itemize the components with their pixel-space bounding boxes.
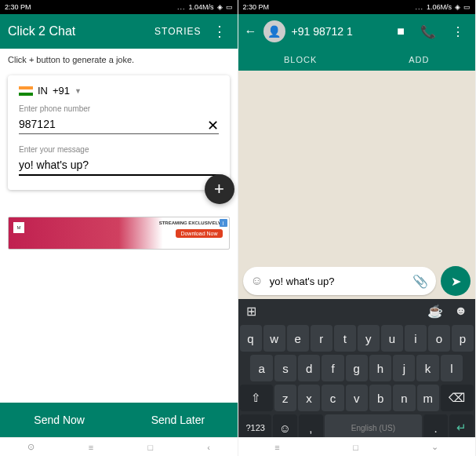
- message-label: Enter your message: [19, 145, 219, 154]
- key-d[interactable]: d: [298, 355, 320, 381]
- send-button[interactable]: ➤: [441, 266, 471, 296]
- app-title: Click 2 Chat: [8, 24, 147, 38]
- ad-banner[interactable]: M STREAMING EXCLUSIVELY! Download Now i: [8, 217, 230, 250]
- status-time-r: 2:30 PM: [243, 3, 270, 11]
- key-h[interactable]: h: [369, 355, 391, 381]
- dial-code: +91: [53, 85, 70, 97]
- key-x[interactable]: x: [298, 385, 320, 411]
- wifi-icon: ◈: [217, 3, 223, 11]
- send-now-button[interactable]: Send Now: [0, 414, 118, 426]
- clear-icon[interactable]: ✕: [207, 117, 219, 134]
- key-u[interactable]: u: [381, 325, 403, 352]
- android-nav-bar-r: ≡ □ ⌄: [238, 437, 476, 456]
- kb-row3-wrap: ⇧ zxcvbnm ⌫: [238, 383, 476, 413]
- android-nav-bar: ⊙ ≡ □ ‹: [0, 437, 238, 456]
- phone-field-row: Enter phone number ✕: [19, 104, 219, 134]
- video-call-icon[interactable]: ■: [392, 24, 409, 38]
- nav-recent-icon[interactable]: ⊙: [27, 442, 35, 452]
- stories-button[interactable]: STORIES: [154, 26, 201, 37]
- back-icon[interactable]: ←: [245, 24, 257, 38]
- key-g[interactable]: g: [346, 355, 368, 381]
- key-c[interactable]: c: [322, 385, 343, 411]
- key-e[interactable]: e: [287, 325, 309, 352]
- status-time: 2:30 PM: [5, 3, 31, 11]
- key-s[interactable]: s: [274, 355, 296, 381]
- add-button[interactable]: ADD: [409, 55, 429, 64]
- key-v[interactable]: v: [346, 385, 368, 411]
- key-y[interactable]: y: [358, 325, 380, 352]
- battery-icon: ▭: [226, 3, 233, 11]
- key-l[interactable]: l: [441, 355, 463, 381]
- key-t[interactable]: t: [334, 325, 356, 352]
- battery-icon-r: ▭: [463, 3, 471, 11]
- key-p[interactable]: p: [452, 325, 474, 352]
- status-bar-r: 2:30 PM ...1.06M/s◈▭: [238, 0, 476, 14]
- ad-text: STREAMING EXCLUSIVELY!: [159, 221, 223, 225]
- plus-fab[interactable]: +: [205, 174, 234, 204]
- key-n[interactable]: n: [393, 385, 415, 411]
- compose-box[interactable]: ☺ yo! what's up? 📎: [243, 267, 437, 295]
- key-o[interactable]: o: [428, 325, 450, 352]
- key-z[interactable]: z: [274, 385, 296, 411]
- nav-home-icon[interactable]: ≡: [89, 443, 93, 452]
- ad-download-button[interactable]: Download Now: [176, 229, 222, 238]
- kb-row3: zxcvbnm: [274, 385, 439, 411]
- phone-input[interactable]: [19, 115, 219, 134]
- kb-face-icon[interactable]: ☻: [454, 304, 467, 319]
- country-code-label: IN: [38, 85, 48, 97]
- chat-header: ← 👤 +91 98712 1 ■ 📞 ⋮: [238, 14, 476, 49]
- ad-close-icon[interactable]: i: [220, 219, 227, 227]
- attach-icon[interactable]: 📎: [412, 274, 428, 289]
- block-button[interactable]: BLOCK: [284, 55, 317, 64]
- nav-down-icon-r[interactable]: ⌄: [431, 442, 438, 452]
- avatar[interactable]: 👤: [263, 20, 285, 42]
- key-k[interactable]: k: [416, 355, 438, 381]
- hint-text: Click + button to generate a joke.: [0, 49, 238, 71]
- phone-label: Enter phone number: [19, 104, 219, 113]
- kb-row1: qwertyuiop: [238, 323, 476, 353]
- send-later-button[interactable]: Send Later: [118, 414, 237, 426]
- shift-key[interactable]: ⇧: [240, 385, 273, 411]
- contact-action-bar: BLOCK ADD: [238, 49, 476, 71]
- menu-icon-r[interactable]: ⋮: [447, 24, 469, 39]
- net-speed-r: 1.06M/s: [427, 3, 452, 11]
- nav-home-icon-r[interactable]: □: [353, 443, 358, 452]
- net-speed: 1.04M/s: [188, 3, 213, 11]
- kb-apps-icon[interactable]: ⊞: [246, 304, 256, 319]
- contact-name[interactable]: +91 98712 1: [292, 25, 387, 38]
- kb-coffee-icon[interactable]: ☕: [427, 304, 443, 319]
- compose-card: IN +91 ▼ Enter phone number ✕ Enter your…: [8, 75, 230, 190]
- kb-row2: asdfghjkl: [238, 353, 476, 383]
- menu-icon[interactable]: ⋮: [209, 23, 230, 40]
- compose-row: ☺ yo! what's up? 📎 ➤: [243, 266, 471, 296]
- app-header: Click 2 Chat STORIES ⋮: [0, 14, 238, 49]
- backspace-key[interactable]: ⌫: [441, 385, 474, 411]
- voice-call-icon[interactable]: 📞: [416, 24, 441, 39]
- wifi-icon-r: ◈: [455, 3, 460, 11]
- emoji-icon[interactable]: ☺: [251, 274, 263, 288]
- key-q[interactable]: q: [240, 325, 262, 352]
- status-bar: 2:30 PM ...1.04M/s◈▭: [0, 0, 238, 14]
- nav-recent-icon-r[interactable]: ≡: [274, 443, 279, 452]
- key-f[interactable]: f: [322, 355, 343, 381]
- right-phone: 2:30 PM ...1.06M/s◈▭ ← 👤 +91 98712 1 ■ 📞…: [238, 0, 477, 456]
- signal-icon-r: ...: [415, 3, 423, 11]
- key-i[interactable]: i: [405, 325, 427, 352]
- key-a[interactable]: a: [250, 355, 272, 381]
- key-m[interactable]: m: [417, 385, 439, 411]
- nav-home2-icon[interactable]: □: [147, 443, 153, 452]
- country-selector[interactable]: IN +91 ▼: [19, 85, 219, 97]
- nav-back-icon[interactable]: ‹: [207, 443, 210, 452]
- chat-body: ☺ yo! what's up? 📎 ➤: [238, 71, 476, 299]
- signal-icon: ...: [177, 3, 186, 11]
- flag-icon: [19, 86, 33, 96]
- key-r[interactable]: r: [311, 325, 332, 352]
- bottom-action-bar: Send Now Send Later: [0, 403, 238, 437]
- compose-text[interactable]: yo! what's up?: [270, 275, 406, 287]
- key-b[interactable]: b: [369, 385, 391, 411]
- left-phone: 2:30 PM ...1.04M/s◈▭ Click 2 Chat STORIE…: [0, 0, 238, 456]
- message-input[interactable]: [19, 155, 219, 176]
- message-field-row: Enter your message: [19, 145, 219, 176]
- key-w[interactable]: w: [263, 325, 285, 352]
- key-j[interactable]: j: [393, 355, 415, 381]
